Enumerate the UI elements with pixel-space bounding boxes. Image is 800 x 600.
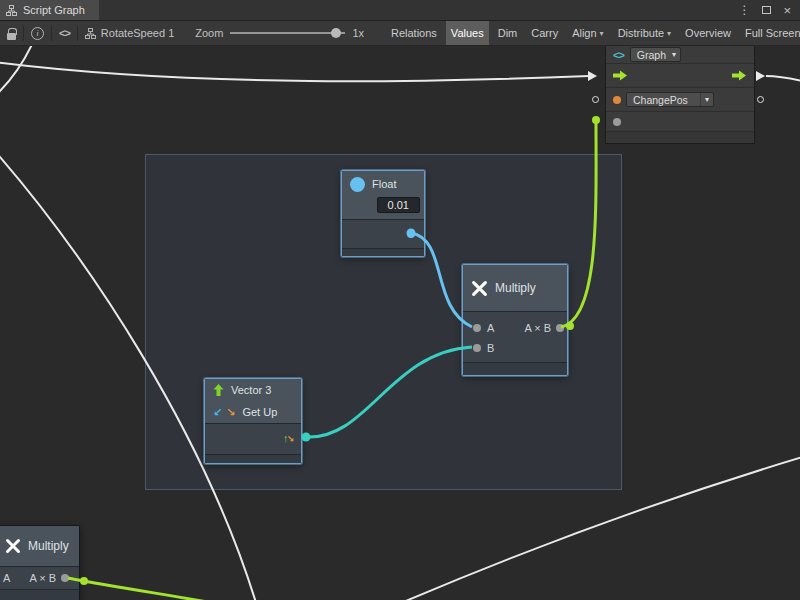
multiply-ports: A A × B B [463,312,567,362]
chevron-down-icon: ▾ [700,93,713,106]
arrow-down-left-icon: ↙ [213,406,222,419]
relations-button[interactable]: Relations [386,21,442,45]
flow-wire-arrowhead-left [588,71,597,81]
node-footer [205,454,301,463]
flow-wire-arrowhead-right [756,71,765,81]
wire-flow-left[interactable] [0,62,589,81]
change-pos-panel[interactable]: <> Graph ▾ ChangePos ▾ [605,46,755,144]
graph-name[interactable]: RotateSpeed 1 [85,27,174,39]
float-node[interactable]: Float 0.01 [341,170,425,257]
carry-label: Carry [531,27,558,39]
info-glyph: i [36,28,39,38]
port-row-b: B [463,338,567,358]
vector3-get-up-node[interactable]: Vector 3 ↙ ↘ Get Up ↑ ↘ [204,378,302,464]
distribute-button[interactable]: Distribute▾ [613,21,676,45]
dim-button[interactable]: Dim [493,21,523,45]
multiply-output-label: A × B [524,322,551,334]
graph-breadcrumb-label: Graph [631,49,672,61]
multiply-output: A × B [524,322,564,334]
tab-title: Script Graph [23,4,85,16]
info-icon[interactable]: i [31,27,44,40]
graph-asset-icon [85,28,96,39]
multiply2-output-label: A × B [29,572,56,584]
dim-label: Dim [498,27,518,39]
multiply-node-partial[interactable]: Multiply A A × B [0,525,80,600]
vector3-title: Vector 3 [231,384,271,396]
align-label: Align [572,27,596,39]
multiply-node-header[interactable]: Multiply [463,265,567,311]
graph-toolbar: i <> RotateSpeed 1 Zoom 1x Relations Val… [0,21,800,46]
multiply-node-title: Multiply [495,281,536,295]
distribute-label: Distribute [618,27,664,39]
chevron-down-icon: ▾ [600,29,604,38]
graph-breadcrumb: <> Graph ▾ [606,46,754,63]
unconnected-port-ring-right[interactable] [757,96,764,103]
multiply-input-a-port[interactable] [473,324,481,332]
unconnected-port-ring-left[interactable] [592,96,599,103]
window-maximize-icon[interactable] [762,6,771,14]
wire-bottom-right[interactable] [394,456,800,600]
lock-icon[interactable] [7,33,16,40]
values-button[interactable]: Values [446,21,489,45]
code-icon[interactable]: <> [59,27,70,39]
zoom-slider-handle[interactable] [331,28,341,38]
window-menu-icon[interactable]: ⋮ [738,3,750,17]
values-label: Values [451,27,484,39]
graph-name-label: RotateSpeed 1 [101,27,174,39]
flow-ports-row [606,63,754,87]
overview-label: Overview [685,27,731,39]
chevron-down-icon: ▾ [672,48,680,61]
toolbar-separator [77,26,78,41]
node-footer [463,362,567,375]
multiply2-header[interactable]: Multiply [0,526,79,566]
align-button[interactable]: Align▾ [567,21,608,45]
wire-flow-right-stub[interactable] [766,76,800,82]
vector3-header[interactable]: Vector 3 [205,379,301,401]
multiply-output-port[interactable] [556,324,564,332]
zoom-value: 1x [352,27,364,39]
multiply-input-b-label: B [487,342,494,354]
arrow-down-right-icon: ↘ [226,406,235,419]
fullscreen-button[interactable]: Full Screen [740,21,800,45]
get-up-subtitle: Get Up [242,406,277,418]
float-node-header[interactable]: Float [342,171,424,197]
panel-footer [606,131,754,143]
toolbar-button-group: Relations Values Dim Carry Align▾ Distri… [386,21,800,45]
float-value-field[interactable]: 0.01 [377,197,420,213]
change-pos-row: ChangePos ▾ [606,87,754,111]
graph-canvas[interactable]: Float 0.01 Multiply A [0,46,800,600]
carry-button[interactable]: Carry [526,21,563,45]
multiply-icon [5,538,21,554]
flow-output-arrow-icon[interactable] [732,70,747,81]
value-input-port[interactable] [613,118,621,126]
tab-script-graph[interactable]: Script Graph [0,0,99,20]
wire-top-left[interactable] [0,46,34,97]
relations-label: Relations [391,27,437,39]
zoom-label: Zoom [195,27,223,39]
graph-breadcrumb-button[interactable]: Graph ▾ [630,47,681,62]
window-close-icon[interactable]: × [783,4,791,17]
float-node-body [342,220,424,248]
multiply-node[interactable]: Multiply A A × B B [462,264,568,376]
multiply-input-a-label: A [487,322,494,334]
chevron-down-icon: ▾ [667,29,671,38]
vector3-port-icon-2: ↘ [286,434,294,444]
change-pos-label: ChangePos [627,94,700,106]
value-port-row [606,111,754,131]
float-value-row: 0.01 [342,197,424,219]
change-pos-dropdown[interactable]: ChangePos ▾ [626,92,714,107]
float-node-title: Float [372,178,396,190]
flow-input-arrow-icon[interactable] [613,70,628,81]
zoom-slider[interactable] [230,26,345,40]
change-pos-input-port[interactable] [613,96,621,104]
multiply-input-b-port[interactable] [473,344,481,352]
vector3-output-port[interactable]: ↑ ↘ [283,431,294,444]
get-up-header[interactable]: ↙ ↘ Get Up [205,401,301,423]
float-output-port[interactable] [407,230,415,238]
port-row-a: A A × B [463,318,567,338]
zoom-slider-track[interactable] [230,32,345,34]
overview-button[interactable]: Overview [680,21,736,45]
multiply-icon [471,280,488,297]
visual-scripting-icon: <> [613,49,624,61]
multiply2-output-port[interactable] [61,574,69,582]
